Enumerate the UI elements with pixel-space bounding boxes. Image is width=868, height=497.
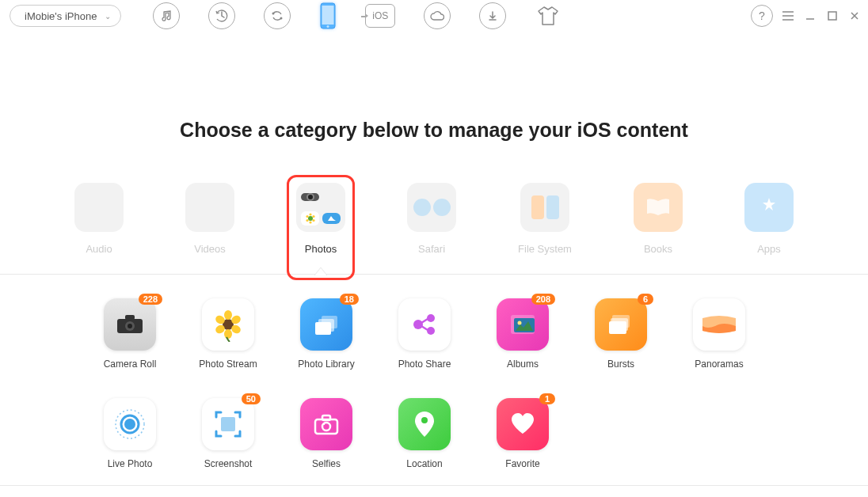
history-tool-icon[interactable] [208, 2, 235, 29]
albums-icon: 208 [497, 298, 549, 351]
subcat-panoramas[interactable]: Panoramas [691, 298, 748, 370]
category-videos[interactable]: Videos [185, 183, 234, 255]
live-photo-icon [104, 398, 156, 450]
category-safari[interactable]: Safari [407, 183, 456, 255]
device-name: iMobie's iPhone [25, 10, 97, 22]
category-label: Photos [305, 243, 337, 255]
safari-icon [407, 183, 456, 232]
close-icon[interactable] [847, 9, 862, 23]
svg-point-32 [518, 321, 522, 325]
subcat-location[interactable]: Location [396, 398, 453, 469]
count-badge: 6 [638, 294, 653, 305]
svg-point-1 [280, 17, 283, 20]
bursts-icon: 6 [595, 298, 647, 351]
count-badge: 228 [139, 294, 162, 305]
svg-point-11 [306, 218, 308, 221]
photo-library-icon: 18 [300, 298, 352, 351]
photo-share-icon [398, 298, 451, 351]
subcat-favorite[interactable]: 1 Favorite [494, 398, 551, 469]
chevron-down-icon: ⌄ [105, 12, 111, 21]
phone-tool-icon[interactable] [319, 2, 337, 29]
categories-row: Audio Videos Photos Safari File [0, 183, 868, 275]
svg-rect-5 [828, 12, 836, 20]
sync-tool-icon[interactable] [264, 2, 291, 29]
audio-icon [74, 183, 124, 232]
location-icon [398, 398, 451, 450]
subcat-live-photo[interactable]: Live Photo [101, 398, 158, 469]
photos-icon [296, 183, 345, 232]
svg-point-0 [272, 13, 275, 15]
svg-rect-39 [221, 417, 235, 431]
svg-point-12 [306, 214, 308, 217]
svg-point-29 [427, 327, 435, 335]
svg-point-37 [124, 419, 135, 430]
help-icon[interactable]: ? [751, 5, 773, 27]
svg-point-28 [427, 314, 435, 322]
category-apps[interactable]: Apps [744, 183, 794, 255]
svg-point-18 [224, 310, 232, 320]
svg-point-9 [312, 218, 314, 221]
svg-point-8 [312, 214, 314, 217]
svg-point-10 [309, 221, 311, 223]
category-photos[interactable]: Photos [296, 183, 345, 255]
minimize-icon[interactable] [803, 9, 817, 23]
menu-icon[interactable] [781, 9, 795, 23]
subcat-photo-library[interactable]: 18 Photo Library [298, 298, 355, 370]
subcat-photo-share[interactable]: Photo Share [396, 298, 453, 370]
category-label: Audio [86, 243, 112, 255]
subcat-label: Live Photo [108, 458, 153, 469]
subcat-albums[interactable]: 208 Albums [494, 298, 551, 370]
subcat-label: Albums [507, 359, 539, 370]
category-audio[interactable]: Audio [74, 183, 124, 255]
cloud-tool-icon[interactable] [424, 2, 451, 29]
svg-rect-14 [125, 315, 135, 320]
svg-point-27 [413, 320, 423, 329]
page-heading: Choose a category below to manage your i… [0, 119, 868, 142]
category-filesystem[interactable]: File System [518, 183, 572, 255]
active-pointer [314, 267, 327, 275]
category-label: Safari [418, 243, 445, 255]
camera-roll-icon: 228 [104, 298, 156, 351]
subcat-label: Photo Share [398, 359, 451, 370]
subcat-label: Camera Roll [104, 359, 157, 370]
svg-point-4 [327, 25, 329, 28]
panoramas-icon [693, 298, 745, 351]
svg-rect-26 [315, 322, 331, 335]
screenshot-icon: 50 [202, 398, 254, 450]
svg-point-16 [128, 324, 132, 328]
svg-rect-40 [315, 419, 337, 434]
category-books[interactable]: Books [634, 183, 683, 255]
category-label: Videos [194, 243, 226, 255]
download-tool-icon[interactable] [479, 2, 506, 29]
subcat-label: Panoramas [695, 359, 743, 370]
subcategories: 228 Camera Roll Photo Stream 18 Photo Li… [0, 275, 868, 486]
subcat-photo-stream[interactable]: Photo Stream [200, 298, 257, 370]
count-badge: 208 [531, 294, 555, 305]
ios-tool-icon[interactable]: iOS [365, 4, 395, 28]
window-controls: ? [751, 5, 862, 27]
subcat-camera-roll[interactable]: 228 Camera Roll [101, 298, 158, 370]
device-dropdown[interactable]: iMobie's iPhone ⌄ [10, 5, 121, 27]
category-label: Apps [757, 243, 781, 255]
svg-rect-41 [322, 415, 330, 420]
topbar: iMobie's iPhone ⌄ iOS ? [0, 0, 868, 32]
category-label: Books [644, 243, 672, 255]
subcat-bursts[interactable]: 6 Bursts [592, 298, 649, 370]
skin-tool-icon[interactable] [535, 2, 562, 29]
maximize-icon[interactable] [825, 9, 839, 23]
subcat-label: Photo Library [298, 359, 354, 370]
toolbar: iOS [153, 2, 562, 29]
filesystem-icon [520, 183, 569, 232]
videos-icon [185, 183, 234, 232]
subcat-label: Selfies [312, 458, 341, 469]
subcat-label: Bursts [607, 359, 634, 370]
count-badge: 18 [340, 294, 359, 305]
svg-rect-35 [609, 321, 626, 334]
music-tool-icon[interactable] [153, 2, 180, 29]
count-badge: 1 [539, 393, 555, 404]
svg-point-7 [309, 213, 311, 215]
subcat-screenshot[interactable]: 50 Screenshot [200, 398, 257, 469]
subcat-selfies[interactable]: Selfies [298, 398, 355, 469]
favorite-icon: 1 [497, 398, 549, 450]
subcat-label: Photo Stream [199, 359, 257, 370]
